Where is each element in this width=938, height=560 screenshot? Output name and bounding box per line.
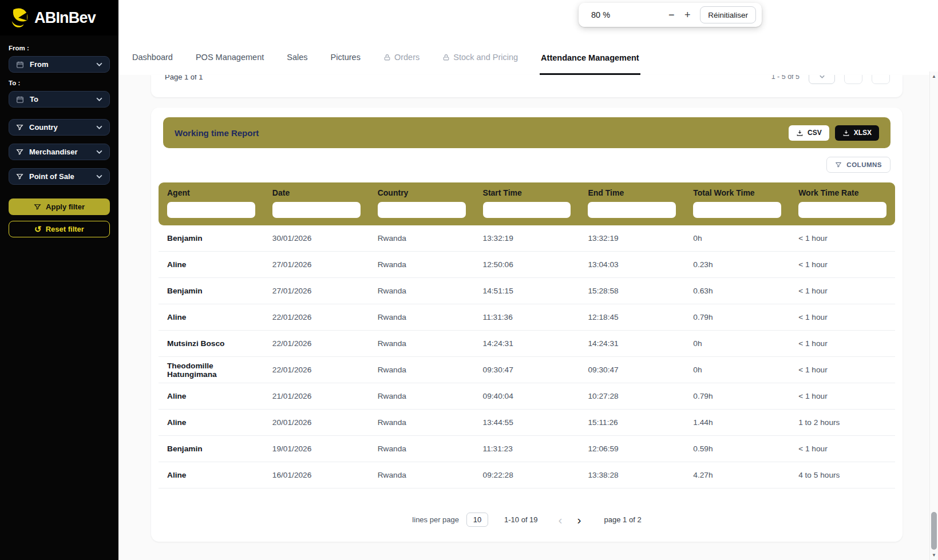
tab-pos-management[interactable]: POS Management [195,53,265,75]
table-row[interactable]: Benjamin 27/01/2026 Rwanda 14:51:15 15:2… [159,278,895,304]
calendar-icon [16,61,24,69]
tab-stock-and-pricing[interactable]: Stock and Pricing [441,53,519,75]
tab-sales[interactable]: Sales [286,53,308,75]
end-time-filter-input[interactable] [588,202,676,218]
merchandiser-filter-select[interactable]: Merchandiser [9,144,110,160]
download-csv-button[interactable]: CSV [789,125,829,141]
funnel-icon [16,173,23,180]
country-filter-select[interactable]: Country [9,119,110,136]
tab-orders[interactable]: Orders [382,53,421,75]
cell-total-work-time: 4.27h [684,471,790,479]
lock-icon [442,54,450,61]
zoom-in-button[interactable]: + [679,7,695,23]
refresh-icon: ↺ [34,225,42,233]
table-row[interactable]: Aline 27/01/2026 Rwanda 12:50:06 13:04:0… [159,252,895,278]
total-work-time-filter-input[interactable] [693,202,781,218]
reset-filter-button[interactable]: ↺ Reset filter [9,221,110,237]
apply-filter-button[interactable]: Apply filter [9,198,110,215]
table-row[interactable]: Benjamin 19/01/2026 Rwanda 11:31:23 12:0… [159,436,895,462]
column-header-agent: Agent [159,188,264,197]
column-header-date: Date [264,188,369,197]
cell-date: 20/01/2026 [264,418,369,427]
next-page-button[interactable]: › [574,514,585,526]
cell-end-time: 10:27:28 [579,392,684,400]
previous-card-next-button[interactable] [872,75,890,84]
table-row[interactable]: Aline 21/01/2026 Rwanda 09:40:04 10:27:2… [159,383,895,410]
cell-total-work-time: 0h [684,234,790,243]
table-row[interactable]: Aline 20/01/2026 Rwanda 13:44:55 15:11:2… [159,410,895,436]
reset-filter-label: Reset filter [46,225,84,233]
tab-label: Stock and Pricing [453,53,518,62]
scrollbar-up-arrow[interactable]: ▲ [930,74,938,79]
point-of-sale-filter-label: Point of Sale [29,172,90,181]
tab-pictures[interactable]: Pictures [330,53,362,75]
tab-attendance-management[interactable]: Attendance Management [540,53,640,75]
zoom-reset-button[interactable]: Réinitialiser [700,6,756,23]
cell-work-time-rate: < 1 hour [790,339,895,348]
date-filter-input[interactable] [272,202,361,218]
table-row[interactable]: Aline 16/01/2026 Rwanda 09:22:28 13:38:2… [159,462,895,488]
funnel-icon [835,161,842,168]
cell-end-time: 15:28:58 [579,287,684,295]
country-filter-label: Country [29,123,90,132]
table-row[interactable]: Aline 22/01/2026 Rwanda 11:31:36 12:18:4… [159,304,895,331]
funnel-icon [16,124,23,131]
start-time-filter-input[interactable] [483,202,571,218]
cell-country: Rwanda [369,313,474,321]
cell-start-time: 09:22:28 [474,471,580,479]
work-time-rate-filter-input[interactable] [798,202,886,218]
cell-agent: Benjamin [159,234,264,243]
brand-name: ABInBev [34,9,96,27]
cell-date: 19/01/2026 [264,444,369,453]
from-date-select[interactable]: From [9,56,110,73]
cell-end-time: 14:24:31 [579,339,684,348]
point-of-sale-filter-select[interactable]: Point of Sale [9,168,110,185]
download-xlsx-button[interactable]: XLSX [835,125,879,141]
cell-start-time: 14:51:15 [474,287,580,295]
cell-country: Rwanda [369,339,474,348]
cell-agent: Aline [159,260,264,269]
tab-dashboard[interactable]: Dashboard [131,53,174,75]
browser-zoom-popup: 80 % − + Réinitialiser [579,3,762,27]
to-date-select[interactable]: To [9,91,110,108]
vertical-scrollbar: ▲ ▼ [929,72,938,560]
lines-per-page-input[interactable] [466,513,488,527]
table-row[interactable]: Mutsinzi Bosco 22/01/2026 Rwanda 14:24:3… [159,331,895,357]
cell-agent: Aline [159,313,264,321]
cell-end-time: 13:38:28 [579,471,684,479]
table-row[interactable]: Theodomille Hatungimana 22/01/2026 Rwand… [159,357,895,383]
cell-country: Rwanda [369,366,474,374]
cell-total-work-time: 0.23h [684,260,790,269]
cell-total-work-time: 0.63h [684,287,790,295]
table-row[interactable]: Benjamin 30/01/2026 Rwanda 13:32:19 13:3… [159,225,895,252]
cell-country: Rwanda [369,471,474,479]
cell-country: Rwanda [369,418,474,427]
cell-date: 30/01/2026 [264,234,369,243]
previous-card-prev-button[interactable] [844,75,862,84]
zoom-out-button[interactable]: − [663,7,679,23]
cell-end-time: 13:04:03 [579,260,684,269]
previous-card-range-text: 1 - 5 of 5 [771,75,800,81]
cell-country: Rwanda [369,287,474,295]
cell-date: 27/01/2026 [264,260,369,269]
cell-total-work-time: 0h [684,339,790,348]
cell-start-time: 09:30:47 [474,366,580,374]
country-filter-input[interactable] [378,202,466,218]
previous-page-button[interactable]: ‹ [555,514,566,526]
scrollbar-thumb[interactable] [931,512,937,550]
agent-filter-input[interactable] [167,202,255,218]
columns-button[interactable]: COLUMNS [826,157,890,173]
lock-icon [383,54,391,61]
cell-date: 16/01/2026 [264,471,369,479]
cell-agent: Aline [159,392,264,400]
cell-start-time: 13:44:55 [474,418,580,427]
lines-per-page-label: lines per page [412,515,459,524]
table-body: Benjamin 30/01/2026 Rwanda 13:32:19 13:3… [159,225,895,488]
tab-label: Sales [287,53,307,62]
download-icon [842,129,850,137]
scrollbar-down-arrow[interactable]: ▼ [930,553,938,558]
previous-card-page-size-select[interactable] [809,75,835,84]
sidebar: ABInBev From : From To : To Country [0,0,118,560]
tab-label: Attendance Management [541,53,639,62]
cell-total-work-time: 0.59h [684,444,790,453]
